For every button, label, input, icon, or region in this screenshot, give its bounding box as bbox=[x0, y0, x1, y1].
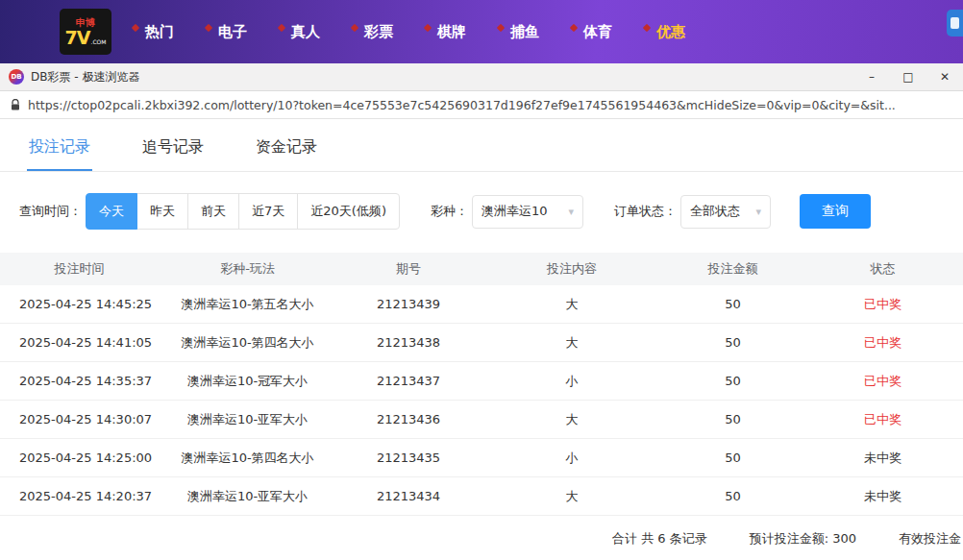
flame-badge-icon bbox=[351, 24, 358, 32]
summary-footer: 合计 共 6 条记录 预计投注金额: 300 有效投注金 bbox=[0, 516, 963, 548]
cell-content: 大 bbox=[481, 296, 663, 313]
cell-play: 澳洲幸运10-第五名大小 bbox=[159, 296, 336, 313]
cell-amount: 50 bbox=[663, 335, 802, 350]
browser-title-bar: DB DB彩票 - 极速浏览器 – □ ✕ bbox=[0, 63, 963, 91]
cell-bet-time: 2025-04-25 14:35:37 bbox=[0, 374, 159, 388]
cell-play: 澳洲幸运10-第四名大小 bbox=[159, 334, 336, 352]
cell-status: 未中奖 bbox=[802, 450, 963, 467]
flame-badge-icon bbox=[132, 24, 139, 32]
time-option-last20days[interactable]: 近20天(低频) bbox=[297, 193, 400, 230]
cell-bet-time: 2025-04-25 14:30:07 bbox=[0, 412, 159, 426]
col-header-play: 彩种-玩法 bbox=[159, 260, 336, 278]
cell-bet-time: 2025-04-25 14:25:00 bbox=[0, 450, 159, 465]
time-filter-group: 今天 昨天 前天 近7天 近20天(低频) bbox=[86, 193, 400, 230]
search-button[interactable]: 查询 bbox=[800, 194, 871, 229]
cell-amount: 50 bbox=[663, 412, 802, 426]
nav-item-label: 热门 bbox=[145, 23, 174, 41]
expected-bet-amount: 预计投注金额: 300 bbox=[750, 530, 856, 548]
tab-bet-records[interactable]: 投注记录 bbox=[27, 125, 92, 171]
cell-issue: 21213438 bbox=[336, 335, 481, 350]
nav-item-sports[interactable]: 体育 bbox=[571, 23, 612, 41]
status-select[interactable]: 全部状态 ▾ bbox=[680, 195, 771, 229]
chevron-down-icon: ▾ bbox=[568, 206, 574, 218]
col-header-amount: 投注金额 bbox=[663, 260, 802, 278]
nav-item-label: 体育 bbox=[583, 23, 612, 41]
cell-content: 大 bbox=[481, 411, 663, 428]
site-header: 申博 7V .COM 热门 电子 真人 彩票 棋牌 捕鱼 体育 优惠 bbox=[0, 0, 963, 63]
cell-status: 已中奖 bbox=[802, 296, 963, 313]
time-option-last7days[interactable]: 近7天 bbox=[238, 193, 298, 230]
nav-item-slots[interactable]: 电子 bbox=[206, 23, 247, 41]
nav-item-label: 彩票 bbox=[364, 23, 393, 41]
logo-brand-sub: .COM bbox=[90, 38, 106, 45]
time-option-today[interactable]: 今天 bbox=[86, 193, 137, 230]
cell-status: 已中奖 bbox=[802, 411, 963, 428]
filter-bar: 查询时间： 今天 昨天 前天 近7天 近20天(低频) 彩种： 澳洲幸运10 ▾… bbox=[0, 172, 963, 253]
col-header-status: 状态 bbox=[802, 260, 963, 278]
close-button[interactable]: ✕ bbox=[926, 63, 963, 90]
nav-item-hot[interactable]: 热门 bbox=[133, 23, 174, 41]
nav-item-label: 捕鱼 bbox=[510, 23, 539, 41]
address-bar[interactable]: https://ctop02pcali.2kbxi392.com/lottery… bbox=[0, 91, 963, 119]
cell-amount: 50 bbox=[663, 450, 802, 465]
cell-bet-time: 2025-04-25 14:41:05 bbox=[0, 335, 159, 350]
cell-status: 已中奖 bbox=[802, 373, 963, 390]
cell-play: 澳洲幸运10-冠军大小 bbox=[159, 373, 336, 390]
flame-badge-icon bbox=[424, 24, 432, 32]
cell-issue: 21213439 bbox=[336, 297, 481, 311]
cell-content: 大 bbox=[481, 334, 663, 352]
table-row: 2025-04-25 14:25:00 澳洲幸运10-第四名大小 2121343… bbox=[0, 439, 963, 477]
valid-bet-amount: 有效投注金 bbox=[899, 530, 961, 548]
cell-issue: 21213435 bbox=[336, 450, 481, 465]
lottery-filter-label: 彩种： bbox=[431, 203, 468, 220]
url-text: https://ctop02pcali.2kbxi392.com/lottery… bbox=[28, 98, 896, 112]
status-filter-label: 订单状态： bbox=[614, 203, 677, 220]
cell-content: 大 bbox=[481, 488, 663, 505]
tab-chase-records[interactable]: 追号记录 bbox=[140, 125, 206, 171]
floating-widget-icon[interactable] bbox=[947, 10, 963, 37]
tab-fund-records[interactable]: 资金记录 bbox=[254, 125, 319, 171]
flame-badge-icon bbox=[205, 24, 212, 32]
table-row: 2025-04-25 14:45:25 澳洲幸运10-第五名大小 2121343… bbox=[0, 285, 963, 324]
cell-content: 小 bbox=[481, 450, 663, 467]
cell-status: 未中奖 bbox=[802, 488, 963, 505]
maximize-button[interactable]: □ bbox=[890, 63, 926, 90]
lottery-select[interactable]: 澳洲幸运10 ▾ bbox=[472, 195, 583, 229]
nav-item-label: 真人 bbox=[291, 23, 320, 41]
nav-item-cards[interactable]: 棋牌 bbox=[425, 23, 466, 41]
flame-badge-icon bbox=[570, 24, 578, 32]
logo-brand-main: 7V bbox=[65, 28, 90, 47]
minimize-button[interactable]: – bbox=[853, 63, 890, 90]
cell-issue: 21213437 bbox=[336, 374, 481, 388]
time-option-yesterday[interactable]: 昨天 bbox=[136, 193, 188, 230]
cell-issue: 21213434 bbox=[336, 489, 481, 503]
cell-bet-time: 2025-04-25 14:20:37 bbox=[0, 489, 159, 503]
cell-amount: 50 bbox=[663, 374, 802, 388]
cell-bet-time: 2025-04-25 14:45:25 bbox=[0, 297, 159, 311]
flame-badge-icon bbox=[643, 24, 651, 32]
site-logo[interactable]: 申博 7V .COM bbox=[60, 9, 111, 55]
nav-item-fishing[interactable]: 捕鱼 bbox=[498, 23, 539, 41]
window-controls: – □ ✕ bbox=[853, 63, 963, 90]
floating-widget-glyph bbox=[951, 17, 959, 29]
nav-item-live[interactable]: 真人 bbox=[279, 23, 320, 41]
status-select-value: 全部状态 bbox=[690, 203, 740, 220]
nav-item-promo[interactable]: 优惠 bbox=[644, 23, 685, 41]
table-row: 2025-04-25 14:35:37 澳洲幸运10-冠军大小 21213437… bbox=[0, 362, 963, 401]
table-header-row: 投注时间 彩种-玩法 期号 投注内容 投注金额 状态 bbox=[0, 253, 963, 285]
logo-brand-cn: 申博 bbox=[76, 17, 95, 28]
flame-badge-icon bbox=[278, 24, 285, 32]
table-row: 2025-04-25 14:20:37 澳洲幸运10-亚军大小 21213434… bbox=[0, 477, 963, 516]
col-header-time: 投注时间 bbox=[0, 260, 159, 278]
cell-status: 已中奖 bbox=[802, 334, 963, 352]
time-option-day-before[interactable]: 前天 bbox=[187, 193, 239, 230]
cell-play: 澳洲幸运10-亚军大小 bbox=[159, 488, 336, 505]
table-row: 2025-04-25 14:30:07 澳洲幸运10-亚军大小 21213436… bbox=[0, 401, 963, 439]
logo-brand-row: 7V .COM bbox=[65, 28, 107, 47]
bet-records-table: 投注时间 彩种-玩法 期号 投注内容 投注金额 状态 2025-04-25 14… bbox=[0, 253, 963, 516]
flame-badge-icon bbox=[497, 24, 505, 32]
cell-amount: 50 bbox=[663, 297, 802, 311]
nav-item-label: 电子 bbox=[218, 23, 247, 41]
nav-item-lottery[interactable]: 彩票 bbox=[352, 23, 393, 41]
nav-item-label: 棋牌 bbox=[437, 23, 466, 41]
